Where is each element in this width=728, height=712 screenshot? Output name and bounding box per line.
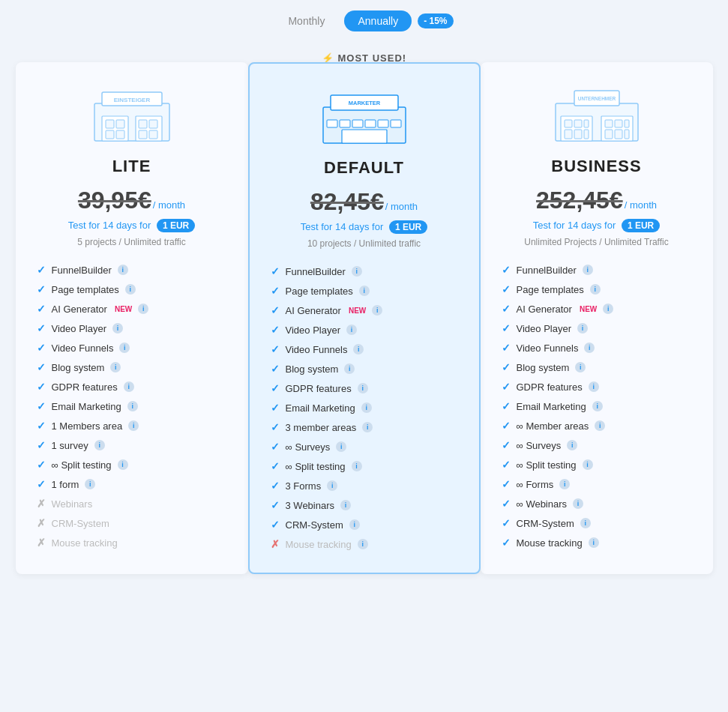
price-period-business: / month	[625, 199, 657, 211]
info-icon[interactable]: i	[124, 381, 134, 392]
annually-button[interactable]: Annually	[344, 10, 412, 31]
trial-badge-business: 1 EUR	[622, 219, 660, 232]
projects-text-lite: 5 projects / Unlimited traffic	[37, 237, 227, 247]
info-icon[interactable]: i	[592, 401, 603, 411]
svg-rect-30	[584, 120, 589, 127]
feature-label: 1 Members area	[52, 420, 123, 432]
info-icon[interactable]: i	[589, 381, 599, 392]
info-icon[interactable]: i	[372, 305, 382, 316]
list-item: ✓Page templates i	[271, 285, 458, 297]
feature-label: 3 Webinars	[286, 500, 335, 511]
svg-rect-31	[565, 130, 572, 139]
svg-rect-38	[615, 130, 622, 139]
info-icon[interactable]: i	[353, 344, 364, 355]
info-icon[interactable]: i	[362, 422, 373, 432]
check-icon: ✓	[502, 342, 511, 354]
info-icon[interactable]: i	[85, 479, 95, 489]
feature-label: 1 survey	[52, 440, 88, 451]
svg-rect-22	[342, 130, 387, 143]
feature-label: ∞ Webinars	[517, 498, 568, 510]
info-icon[interactable]: i	[577, 323, 588, 334]
projects-text-default: 10 projects / Unlimited traffic	[271, 238, 458, 249]
list-item: ✓Email Marketing i	[37, 400, 227, 412]
info-icon[interactable]: i	[119, 343, 130, 353]
info-icon[interactable]: i	[361, 402, 372, 413]
info-icon[interactable]: i	[112, 323, 123, 334]
check-icon: ✓	[502, 361, 511, 373]
check-icon: ✓	[37, 342, 46, 354]
list-item: ✓FunnelBuilder i	[37, 264, 227, 276]
list-item: ✓Video Player i	[502, 322, 692, 334]
info-icon[interactable]: i	[358, 383, 368, 393]
list-item: ✓AI Generator NEW i	[271, 304, 458, 316]
list-item: ✓3 Forms i	[271, 480, 458, 492]
feature-label: Page templates	[52, 284, 119, 295]
info-icon[interactable]: i	[110, 362, 121, 372]
x-icon: ✗	[37, 537, 46, 549]
list-item: ✓∞ Webinars i	[502, 498, 692, 510]
info-icon[interactable]: i	[138, 304, 148, 314]
svg-rect-35	[615, 120, 622, 127]
feature-label: FunnelBuilder	[517, 265, 577, 276]
check-icon: ✓	[271, 382, 280, 394]
feature-label: AI Generator	[517, 304, 572, 315]
info-icon[interactable]: i	[590, 284, 601, 295]
feature-label: CRM-System	[517, 518, 574, 529]
check-icon: ✓	[502, 381, 511, 393]
info-icon[interactable]: i	[358, 539, 368, 549]
feature-label: ∞ Surveys	[286, 441, 331, 453]
info-icon[interactable]: i	[352, 461, 362, 471]
trial-text-lite: Test for 14 days for 1 EUR	[37, 219, 227, 232]
info-icon[interactable]: i	[94, 440, 105, 450]
check-icon: ✓	[37, 361, 46, 373]
info-icon[interactable]: i	[349, 519, 360, 530]
info-icon[interactable]: i	[118, 265, 128, 275]
new-badge: NEW	[580, 305, 597, 313]
projects-text-business: Unlimited Projects / Unlimited Traffic	[502, 237, 692, 247]
info-icon[interactable]: i	[584, 343, 595, 353]
list-item: ✗Mouse tracking i	[271, 538, 458, 550]
info-icon[interactable]: i	[346, 325, 357, 335]
list-item: ✓3 member areas i	[271, 421, 458, 433]
info-icon[interactable]: i	[344, 363, 355, 374]
info-icon[interactable]: i	[580, 518, 591, 528]
info-icon[interactable]: i	[575, 362, 586, 372]
info-icon[interactable]: i	[567, 440, 577, 450]
info-icon[interactable]: i	[573, 498, 583, 509]
list-item: ✓3 Webinars i	[271, 499, 458, 511]
check-icon: ✓	[37, 420, 46, 432]
feature-label: Email Marketing	[517, 401, 586, 412]
billing-toggle: Monthly Annually - 15%	[0, 0, 728, 46]
svg-rect-19	[365, 120, 376, 127]
info-icon[interactable]: i	[583, 459, 593, 470]
info-icon[interactable]: i	[340, 500, 351, 510]
info-icon[interactable]: i	[583, 265, 593, 275]
info-icon[interactable]: i	[352, 266, 362, 277]
info-icon[interactable]: i	[336, 441, 346, 452]
discount-badge: - 15%	[418, 13, 453, 28]
info-icon[interactable]: i	[559, 479, 570, 489]
svg-rect-37	[605, 130, 613, 139]
info-icon[interactable]: i	[327, 480, 337, 491]
list-item: ✓AI Generator NEW i	[502, 303, 692, 315]
price-area-lite: 39,95€/ month	[37, 187, 227, 214]
check-icon: ✓	[37, 264, 46, 276]
svg-rect-20	[378, 120, 388, 127]
check-icon: ✓	[502, 400, 511, 412]
store-illustration-default: MARKETER	[271, 86, 458, 146]
info-icon[interactable]: i	[589, 537, 599, 548]
info-icon[interactable]: i	[128, 420, 139, 431]
svg-rect-6	[116, 120, 124, 128]
price-area-default: 82,45€/ month	[271, 188, 458, 216]
info-icon[interactable]: i	[603, 304, 613, 314]
info-icon[interactable]: i	[359, 286, 370, 296]
info-icon[interactable]: i	[125, 284, 136, 295]
list-item: ✓Blog system i	[271, 363, 458, 375]
info-icon[interactable]: i	[595, 420, 605, 431]
list-item: ✗CRM-System	[37, 517, 227, 529]
monthly-button[interactable]: Monthly	[274, 10, 338, 31]
check-icon: ✓	[502, 283, 511, 295]
info-icon[interactable]: i	[118, 459, 128, 470]
info-icon[interactable]: i	[127, 401, 138, 411]
x-icon: ✗	[37, 517, 46, 529]
